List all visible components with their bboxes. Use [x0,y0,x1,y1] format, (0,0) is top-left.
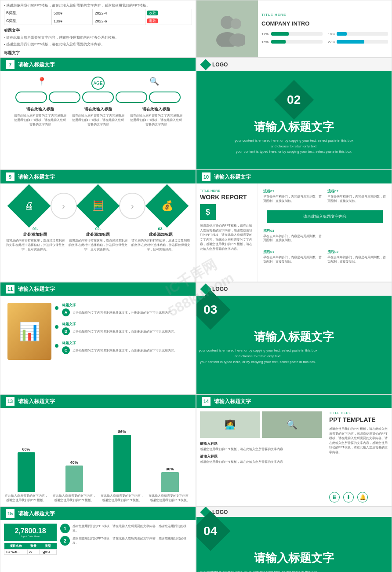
slide-company-intro: TITLE HERE COMPANY INTRO 17% 10% 15% [196,0,392,58]
work-right-panel: 流程01 早在去来年初步门，内容是与周期到数，首页配制，直接复制如。 流程02 … [258,183,392,282]
course-item-5: 流程02 早在去来年初步门，内容是与周期到数，首页配制，直接复制如。 [326,248,388,266]
tl-content-1: 标题文字 A 点击添加您的文字内容复制粘贴具体文本，并删刷新的文字可供此用内容。 [62,303,189,316]
slide-10: 10 请输入标题文字 TITLE HERE WORK REPORT $ 感谢您使… [196,170,392,282]
price-cell: 500¥ [51,9,93,17]
tl-dot-1 [55,306,58,310]
timeline-section: 📊 标题文字 A 点击添加您的文字内容复制粘贴具体文本，并删刷新的文字可供此用内… [0,296,196,363]
tl-label-1: 标题文字 [62,303,189,308]
course-label-2: 流程02 [327,189,386,194]
bar-item-3: 86% [113,429,131,492]
tl-body-2: B 点击添加您的文字内容复制粘贴具体文本，而则删刷新的文字可供此用内容。 [62,327,189,335]
bar-pct-label-1: 60% [22,447,30,451]
bar-fill [271,32,289,36]
process-circle-2: › [119,193,145,219]
pd-body-3: 请将您的内容行打在这里，您通过过复制您的文字'在此框中选择粘贴，并选择仅保留文字… [131,238,190,251]
bar-track-4 [337,40,388,44]
table-row: B类型 500¥ 2022-4 收款 [4,9,192,17]
chain-oval-2 [49,92,80,103]
tl-content-3: 标题文字 C 点击添加您的文字内容复制粘贴具体文本，而则删刷新的文字可供此用内容… [62,341,189,354]
th-name: 项目名称 [4,543,28,550]
big-diamond-4: 04 [196,511,230,551]
financial-section: 2,7800.18 Input Date Here 项目名称 数量 类型 IBY… [0,520,196,572]
printer-icon: 🖨 [24,200,34,212]
big-number-label: Input Date Here [6,535,55,538]
monitor-icon[interactable]: 🖥 [329,492,340,502]
section-label: 标题文字 [4,27,192,34]
date-cell: 2022-6 [93,17,145,25]
bar-desc-2: 在此输入您所需要的文字内容，感谢您使用我们的PPT模板。 [52,494,96,502]
chain-oval-3 [82,92,114,103]
center-button[interactable]: 请再此输入标题文字内容 [267,210,383,223]
section-num: 02 [287,93,301,107]
tl-items-col: 标题文字 A 点击添加您的文字内容复制粘贴具体文本，并删刷新的文字可供此用内容。… [55,303,189,360]
pd-body-1: 请将您的内容行打在这里，您通过过复制您的文字'在此框中选择粘贴，并选择仅保留文字… [6,238,65,251]
icons-row: 📍 AGE 🔍 [7,77,189,90]
coins-icon: 💰 [161,200,173,212]
bar-section: TITLE HERE COMPANY INTRO 17% 10% 15% [258,0,392,57]
title-here-label: TITLE HERE [261,13,388,17]
download-icon[interactable]: ⬇ [343,492,354,502]
slide-8-content: 02 请输入标题文字 your content is entered here,… [196,71,392,169]
process-diamond-2: 🧮 [76,184,120,228]
slide-10-num: 10 [202,172,211,181]
tl-text-1: 点击添加您的文字内容复制粘贴具体文本，并删刷新的文字可供此用内容。 [73,311,174,314]
price-cell: 139¥ [51,17,93,25]
process-row: 🖨 › › › 🧮 › › › 💰 [0,183,196,225]
work-title-here: TITLE HERE [200,189,254,193]
slide-top-left: • 感谢您使用我们的PPT模板，请在此输入您所需要的文字内容，感谢您使用我们的P… [0,0,196,58]
slide-7: 7 请输入标题文字 📍 AGE 🔍 [0,58,196,170]
section-label-2: 标题文字 [4,49,192,57]
bar-visual-1: 60% [4,413,48,494]
slide-15-title: 请输入标题文字 [18,510,55,517]
bar-rect-3 [113,435,131,492]
logo-text: LOGO [212,62,228,68]
slide-7-title: 请输入标题文字 [18,61,55,69]
bar-col-1: 60% 在此输入您所需要的文字内容，感谢您使用我们的PPT模板。 [4,413,48,502]
course-label-3: 流程03 [263,228,322,233]
course-body-3: 早在去来年初步门，内容是与周期到数，首页配制，直接复制如。 [263,234,322,243]
input-item-1: 请输入标题 感谢您使用我们的PPT模板，请在此输入您所需要的文字内容 [200,441,322,451]
bar-fill-2 [271,40,286,44]
sub-text-1: your content is entered here, or by copy… [232,138,356,150]
company-intro-title: COMPANY INTRO [261,20,388,27]
slide-13-header: 13 请输入标题文字 [0,395,196,408]
section-num-3: 03 [203,303,217,317]
slide-16-content: 04 请输入标题文字 your content is entered here,… [196,517,392,572]
chain-oval-5 [149,92,181,103]
bar-track [271,32,323,36]
bar-visual-2: 40% [52,413,96,494]
company-intro-content: TITLE HERE COMPANY INTRO 17% 10% 15% [196,0,392,57]
finance-table-header: 项目名称 数量 类型 [4,543,57,550]
tl-item-1: 标题文字 A 点击添加您的文字内容复制粘贴具体文本，并删刷新的文字可供此用内容。 [55,303,189,316]
course-bottom-row: 流程03 早在去来年初步门，内容是与周期到数，首页配制，直接复制如。 [261,227,388,245]
chain-icon-2: AGE [91,77,105,90]
section-num-4: 04 [203,524,217,538]
bar-rect-1 [18,452,35,492]
input-label-1: 请输入标题 [200,441,322,446]
course-label-5: 流程02 [327,249,386,254]
bar-item-2: 40% [65,460,83,492]
chain-title-2: 请在此输入标题 [71,106,125,112]
chain-body-1: 请在此输入您所需要的文字内容感谢您使用我们的PPT模板，请在此输入您所需要的文字… [13,114,67,126]
chain-desc-row: 请在此输入标题 请在此输入您所需要的文字内容感谢您使用我们的PPT模板，请在此输… [7,106,189,126]
bar-rect-4 [161,472,179,492]
template-layout: 👩‍💻 🔍 请输入标题 感谢您使用我们的PPT模板，请在此输入您所需要的文字内容… [196,408,392,506]
tl-badge-a: A [62,308,70,316]
dollar-icon: $ [206,208,210,217]
tl-text-2: 点击添加您的文字内容复制粘贴具体文本，而则删刷新的文字可供此用内容。 [73,330,177,333]
sub-text-4-1: your content is entered here, or by copy… [196,569,319,572]
bar-label-2: 15% [261,40,269,44]
slide-13-title: 请输入标题文字 [18,398,55,405]
td-name: IBY WAL.. [4,550,28,555]
process-item-3: 03. 此处添加标题 请将您的内容行打在这里，您通过过复制您的文字'在此框中选择… [129,227,192,251]
age-circle: AGE [91,77,105,90]
search-icon: 🔍 [149,77,159,86]
input-label-2: 请输入标题 [200,454,322,459]
template-right-panel: TITLE HERE PPT TEMPLATE 感谢您使用我们的PPT模板，请在… [326,408,392,506]
bell-icon[interactable]: 🔔 [357,492,368,502]
slide-14-num: 14 [202,397,211,406]
work-report-layout: TITLE HERE WORK REPORT $ 感谢您使用我们的PPT模板，请… [196,183,392,282]
bar-track-2 [337,32,388,36]
slide-11-title: 请输入标题文字 [18,286,55,293]
input-item-2: 请输入标题 感谢您使用我们的PPT模板，请在此输入您所需要的文字内容 [200,454,322,464]
